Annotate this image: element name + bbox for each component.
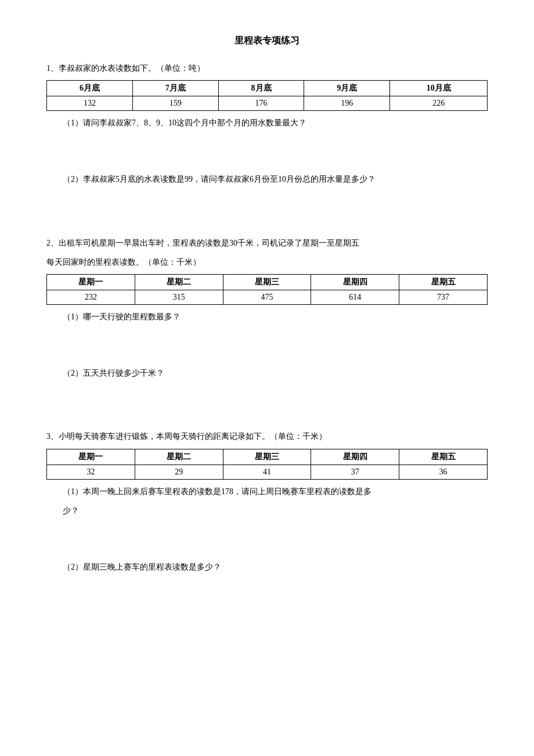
table-cell: 315 <box>135 290 223 304</box>
table-header: 6月底 <box>47 81 133 96</box>
table-cell: 176 <box>218 96 304 111</box>
table-cell: 614 <box>311 290 399 304</box>
section2-intro-line1: 2、出租车司机星期一早晨出车时，里程表的读数是30千米，司机记录了星期一至星期五 <box>46 236 488 250</box>
section3-value-row: 3229413736 <box>47 465 488 479</box>
section2-value-row: 232315475614737 <box>47 290 488 304</box>
section3-q1-line1: （1）本周一晚上回来后赛车里程表的读数是178，请问上周日晚赛车里程表的读数是多 <box>46 484 488 499</box>
section-3: 3、小明每天骑赛车进行锻炼，本周每天骑行的距离记录如下。（单位：千米） 星期一星… <box>46 429 488 611</box>
section1-q1: （1）请问李叔叔家7、8、9、10这四个月中那个月的用水数量最大？ <box>46 116 488 130</box>
table-cell: 232 <box>47 290 135 304</box>
section2-q1: （1）哪一天行驶的里程数最多？ <box>46 309 488 324</box>
table-cell: 41 <box>223 465 311 479</box>
section3-q2-answer <box>46 577 488 611</box>
table-header: 星期三 <box>223 274 311 290</box>
table-header: 10月底 <box>390 81 488 96</box>
section-2: 2、出租车司机星期一早晨出车时，里程表的读数是30千米，司机记录了星期一至星期五… <box>46 236 488 418</box>
table-header: 星期三 <box>223 449 311 465</box>
page-title: 里程表专项练习 <box>46 35 488 47</box>
section1-q2: （2）李叔叔家5月底的水表读数是99，请问李叔叔家6月份至10月份总的用水量是多… <box>46 172 488 186</box>
section3-intro: 3、小明每天骑赛车进行锻炼，本周每天骑行的距离记录如下。（单位：千米） <box>46 429 488 444</box>
table-header: 星期四 <box>311 449 399 465</box>
section2-q2: （2）五天共行驶多少千米？ <box>46 366 488 380</box>
section3-q2: （2）星期三晚上赛车的里程表读数是多少？ <box>46 560 488 574</box>
section2-intro-line2: 每天回家时的里程表读数。（单位：千米） <box>46 255 488 269</box>
section1-value-row: 132159176196226 <box>47 96 488 111</box>
table-cell: 37 <box>311 465 399 479</box>
table-cell: 475 <box>223 290 311 304</box>
section2-q1-answer <box>46 326 488 361</box>
table-cell: 29 <box>135 465 223 479</box>
section2-q2-answer <box>46 383 488 417</box>
table-cell: 159 <box>132 96 218 111</box>
section2-header-row: 星期一星期二星期三星期四星期五 <box>47 274 488 290</box>
section1-q1-answer <box>46 132 488 167</box>
table-header: 星期一 <box>47 274 135 290</box>
section2-table: 星期一星期二星期三星期四星期五 232315475614737 <box>46 274 488 305</box>
section-1: 1、李叔叔家的水表读数如下。（单位：吨） 6月底7月底8月底9月底10月底 13… <box>46 61 488 224</box>
table-cell: 36 <box>399 465 488 479</box>
section3-table: 星期一星期二星期三星期四星期五 3229413736 <box>46 449 488 480</box>
table-cell: 132 <box>47 96 133 111</box>
table-header: 星期四 <box>311 274 399 290</box>
table-cell: 737 <box>399 290 488 304</box>
table-cell: 226 <box>390 96 488 111</box>
table-header: 星期五 <box>399 274 488 290</box>
section3-q1-answer <box>46 520 488 555</box>
table-header: 9月底 <box>304 81 390 96</box>
section1-header-row: 6月底7月底8月底9月底10月底 <box>47 81 488 96</box>
table-header: 7月底 <box>132 81 218 96</box>
table-cell: 196 <box>304 96 390 111</box>
section3-header-row: 星期一星期二星期三星期四星期五 <box>47 449 488 465</box>
section1-q2-answer <box>46 189 488 224</box>
section1-table: 6月底7月底8月底9月底10月底 132159176196226 <box>46 80 488 111</box>
section1-intro: 1、李叔叔家的水表读数如下。（单位：吨） <box>46 61 488 75</box>
table-cell: 32 <box>47 465 135 479</box>
table-header: 星期二 <box>135 274 223 290</box>
table-header: 星期二 <box>135 449 223 465</box>
table-header: 8月底 <box>218 81 304 96</box>
section3-q1-line2: 少？ <box>46 503 488 518</box>
table-header: 星期五 <box>399 449 488 465</box>
table-header: 星期一 <box>47 449 135 465</box>
